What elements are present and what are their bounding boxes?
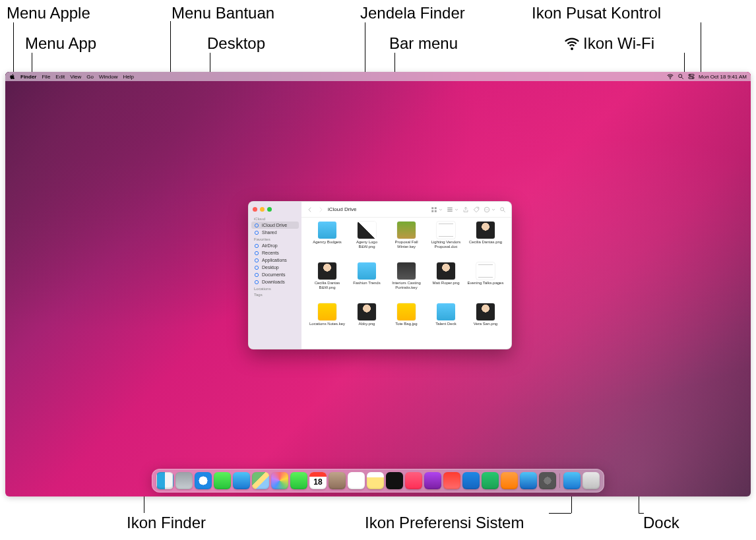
file-item[interactable]: Cecilia Dantas B&W.png: [308, 262, 346, 301]
action-menu[interactable]: [484, 206, 495, 213]
action-icon[interactable]: [484, 206, 490, 213]
menu-window[interactable]: Window: [99, 74, 117, 80]
wifi-icon: [564, 36, 580, 51]
dock[interactable]: 18: [152, 469, 604, 493]
dock-item-safari[interactable]: [195, 472, 212, 489]
dock-item-numbers[interactable]: [482, 472, 499, 489]
file-item[interactable]: Fashion Trends: [348, 262, 386, 301]
sidebar-item[interactable]: Recents: [249, 249, 301, 256]
file-item[interactable]: Interiors Casting Portraits.key: [387, 262, 425, 301]
wifi-status-icon[interactable]: [667, 73, 674, 80]
dock-item-pages[interactable]: [501, 472, 518, 489]
file-item[interactable]: Agency Budgets: [308, 222, 346, 260]
file-name: Vera San.png: [474, 322, 497, 326]
file-item[interactable]: Vera San.png: [466, 303, 505, 342]
file-item[interactable]: Cecilia Dantas.png: [466, 222, 505, 260]
finder-window[interactable]: iCloudiCloud DriveSharedFavoritesAirDrop…: [248, 201, 512, 349]
file-item[interactable]: Proposal Fall Winter.key: [387, 222, 425, 260]
search-icon[interactable]: [499, 206, 506, 213]
group-menu[interactable]: [447, 206, 458, 213]
file-item[interactable]: Locations Notes.key: [308, 303, 346, 342]
control-center-icon[interactable]: [688, 73, 695, 80]
dock-item-downloads[interactable]: [563, 472, 581, 489]
file-item[interactable]: Talent Deck: [427, 303, 465, 342]
dock-item-launchpad[interactable]: [175, 472, 193, 489]
dock-item-news[interactable]: [443, 472, 460, 489]
dock-item-notes[interactable]: [367, 472, 384, 489]
svg-point-3: [689, 75, 691, 76]
group-icon[interactable]: [447, 206, 453, 213]
app-menu[interactable]: Finder: [20, 74, 36, 80]
view-switcher[interactable]: [431, 206, 443, 213]
forward-icon[interactable]: [317, 206, 324, 213]
file-item[interactable]: Evening Talks.pages: [466, 262, 505, 301]
sidebar-item[interactable]: AirDrop: [249, 242, 301, 249]
dock-item-photos[interactable]: [271, 472, 288, 489]
menu-view[interactable]: View: [70, 74, 81, 80]
menu-edit[interactable]: Edit: [55, 74, 65, 80]
dock-item-prefs[interactable]: [539, 472, 556, 489]
sidebar-item[interactable]: iCloud Drive: [251, 222, 299, 229]
spotlight-icon[interactable]: [677, 73, 684, 80]
chevron-down-icon[interactable]: [455, 206, 458, 213]
sidebar-item[interactable]: Shared: [249, 229, 301, 236]
dock-item-finder[interactable]: [156, 472, 173, 489]
dock-item-contacts[interactable]: [329, 472, 346, 489]
dock-item-tv[interactable]: [386, 472, 403, 489]
file-grid[interactable]: Agency BudgetsAgeny Logo B&W.pngProposal…: [301, 218, 511, 349]
svg-point-24: [487, 209, 488, 210]
menu-bar: Finder File Edit View Go Window Help Mon…: [5, 72, 751, 81]
file-item[interactable]: Tote Bag.jpg: [387, 303, 425, 342]
svg-rect-16: [431, 210, 433, 212]
chevron-down-icon[interactable]: [439, 206, 443, 213]
sidebar-item[interactable]: Applications: [249, 256, 301, 264]
grid-view-icon[interactable]: [431, 206, 437, 213]
share-icon[interactable]: [462, 206, 469, 213]
dock-item-facetime[interactable]: [290, 472, 307, 489]
file-item[interactable]: Lighting Vendors Proposal.doc: [427, 222, 465, 260]
file-name: Evening Talks.pages: [468, 281, 504, 285]
dock-item-calendar[interactable]: 18: [309, 472, 327, 489]
sidebar-item-icon: [254, 230, 259, 235]
file-item[interactable]: Abby.png: [348, 303, 386, 342]
leader-line: [549, 513, 571, 514]
tag-icon[interactable]: [473, 206, 480, 213]
dock-item-trash[interactable]: [583, 472, 600, 489]
mac-desktop[interactable]: Finder File Edit View Go Window Help Mon…: [5, 72, 751, 496]
dock-item-mail[interactable]: [233, 472, 250, 489]
svg-line-27: [503, 210, 505, 212]
minimize-button[interactable]: [260, 207, 265, 212]
back-icon[interactable]: [307, 206, 313, 213]
file-name: Tote Bag.jpg: [395, 322, 417, 326]
menu-go[interactable]: Go: [86, 74, 94, 80]
svg-point-23: [486, 209, 486, 210]
dock-separator: [559, 473, 560, 488]
sidebar-item[interactable]: Documents: [249, 271, 301, 278]
zoom-button[interactable]: [267, 207, 272, 212]
file-item[interactable]: Ageny Logo B&W.png: [348, 222, 386, 260]
menu-file[interactable]: File: [42, 74, 50, 80]
file-item[interactable]: Matt Roper.png: [427, 262, 465, 301]
sidebar-item-label: Applications: [262, 258, 287, 262]
leader-line: [701, 22, 701, 76]
sidebar-item[interactable]: Desktop: [249, 264, 301, 271]
svg-point-11: [255, 266, 258, 269]
menu-clock[interactable]: Mon Oct 18 9:41 AM: [699, 74, 747, 80]
dock-item-music[interactable]: [405, 472, 422, 489]
close-button[interactable]: [253, 207, 257, 212]
dock-item-reminders[interactable]: [348, 472, 365, 489]
chevron-down-icon[interactable]: [491, 206, 495, 213]
apple-menu-icon[interactable]: [9, 74, 15, 80]
dock-item-maps[interactable]: [252, 472, 269, 489]
sidebar-header: Locations: [249, 285, 301, 291]
sidebar-item[interactable]: Downloads: [249, 278, 301, 285]
dock-item-appstore[interactable]: [520, 472, 537, 489]
file-thumbnail: [397, 303, 416, 320]
file-thumbnail: [397, 262, 416, 280]
dock-item-messages[interactable]: [214, 472, 231, 489]
svg-point-26: [501, 207, 504, 210]
dock-item-podcasts[interactable]: [424, 472, 441, 489]
dock-item-keynote[interactable]: [462, 472, 480, 489]
svg-rect-15: [435, 207, 437, 209]
menu-help[interactable]: Help: [123, 74, 133, 80]
